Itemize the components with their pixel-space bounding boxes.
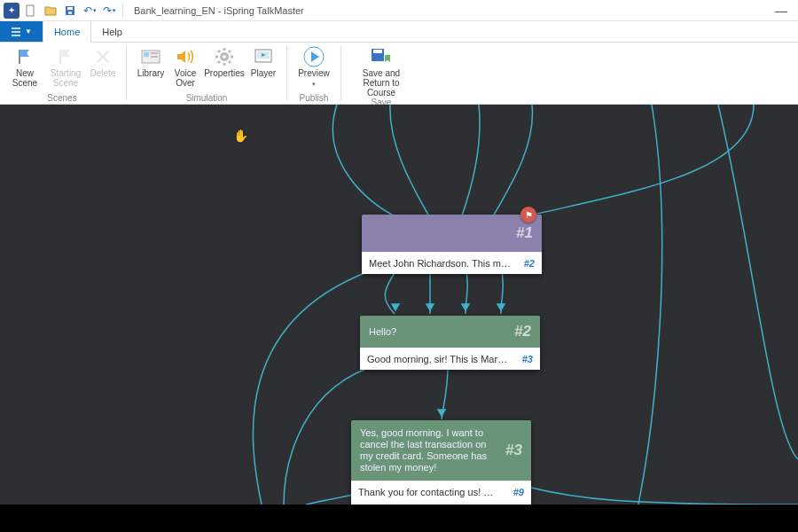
reply-row[interactable]: Thank you for contacting us! When did ..… <box>351 481 531 503</box>
reply-text: Meet John Richardson. This morning he... <box>369 258 511 269</box>
scene-node-2[interactable]: Hello? #2 Good morning, sir! This is Mar… <box>360 316 540 370</box>
letterbox-bottom <box>0 505 798 532</box>
home-tab[interactable]: Home <box>43 21 91 43</box>
node-number: #3 <box>505 442 522 459</box>
label: Save and Return to Course <box>348 68 414 98</box>
group-label: Simulation <box>186 93 228 104</box>
group-label: Scenes <box>47 93 76 104</box>
node-number: #2 <box>514 323 531 340</box>
ribbon: New Scene Starting Scene Delete Scenes L… <box>0 43 798 105</box>
save-icon[interactable] <box>62 3 78 19</box>
scene-canvas[interactable]: ⚑ #1 Meet John Richardson. This morning … <box>0 105 798 505</box>
node-header: Hello? #2 <box>360 316 540 348</box>
label: Properties <box>204 68 245 78</box>
delete-icon <box>91 46 114 67</box>
speaker-icon <box>174 46 197 67</box>
library-button[interactable]: Library <box>134 44 168 93</box>
reply-row[interactable]: Meet John Richardson. This morning he...… <box>362 252 542 274</box>
delete-button: Delete <box>87 44 119 93</box>
voice-over-button[interactable]: Voice Over <box>169 44 201 93</box>
group-label: Publish <box>300 93 329 104</box>
starting-scene-button: Starting Scene <box>46 44 85 93</box>
node-header: Yes, good morning. I want to cancel the … <box>351 420 531 481</box>
node-title: Hello? <box>369 326 514 338</box>
group-simulation: Library Voice Over Properties Player Sim… <box>129 43 285 104</box>
svg-rect-5 <box>144 52 149 57</box>
label: Player <box>251 68 276 78</box>
undo-icon[interactable]: ↶▾ <box>82 3 98 19</box>
group-publish: Preview ▾ Publish <box>289 43 339 104</box>
app-icon: ✦ <box>4 3 20 19</box>
link-target: #3 <box>522 354 533 364</box>
player-icon <box>252 46 275 67</box>
window-title: Bank_learning_EN - iSpring TalkMaster <box>134 5 304 16</box>
hamburger-icon <box>11 27 21 37</box>
new-file-icon[interactable] <box>23 3 39 19</box>
library-icon <box>139 46 162 67</box>
svg-rect-14 <box>373 50 382 53</box>
svg-point-9 <box>223 55 226 59</box>
caret-down-icon: ▼ <box>25 27 32 35</box>
help-tab[interactable]: Help <box>91 21 134 42</box>
reply-text: Good morning, sir! This is Mary from cu.… <box>367 354 509 364</box>
node-header: #1 <box>362 215 542 252</box>
flag-icon <box>54 46 77 67</box>
flag-icon <box>13 46 36 67</box>
label: New Scene <box>5 68 44 88</box>
open-file-icon[interactable] <box>43 3 59 19</box>
save-return-icon <box>370 46 393 67</box>
link-target: #9 <box>513 487 524 497</box>
app-window: ✦ ↶▾ ↷▾ Bank_learning_EN - iSpring TalkM… <box>0 0 798 505</box>
minimize-button[interactable]: — <box>768 4 794 18</box>
file-tab[interactable]: ▼ <box>0 21 43 42</box>
svg-rect-7 <box>151 56 158 58</box>
label: Voice Over <box>169 68 201 88</box>
new-scene-button[interactable]: New Scene <box>5 44 44 93</box>
group-save: Save and Return to Course Save <box>343 43 419 104</box>
titlebar: ✦ ↶▾ ↷▾ Bank_learning_EN - iSpring TalkM… <box>0 0 798 21</box>
caret-down-icon: ▾ <box>312 79 316 89</box>
node-title: Yes, good morning. I want to cancel the … <box>360 427 505 473</box>
preview-button[interactable]: Preview ▾ <box>294 44 333 93</box>
reply-text: Thank you for contacting us! When did ..… <box>358 487 500 497</box>
quick-access-toolbar: ↶▾ ↷▾ <box>23 3 125 19</box>
save-return-button[interactable]: Save and Return to Course <box>348 44 414 98</box>
label: Starting Scene <box>46 68 85 88</box>
node-number: #1 <box>516 224 533 242</box>
group-scenes: New Scene Starting Scene Delete Scenes <box>0 43 124 104</box>
gear-icon <box>213 46 236 67</box>
start-flag-icon: ⚑ <box>520 207 536 223</box>
play-icon <box>302 46 325 67</box>
svg-rect-6 <box>151 52 158 54</box>
properties-button[interactable]: Properties <box>203 44 246 93</box>
label: Preview <box>298 68 330 78</box>
scene-node-3[interactable]: Yes, good morning. I want to cancel the … <box>351 420 531 505</box>
ribbon-tabs: ▼ Home Help <box>0 21 798 43</box>
scene-node-1[interactable]: ⚑ #1 Meet John Richardson. This morning … <box>362 215 542 274</box>
svg-rect-3 <box>68 12 72 14</box>
player-button[interactable]: Player <box>247 44 279 93</box>
svg-rect-2 <box>67 7 73 10</box>
label: Library <box>137 68 165 78</box>
redo-icon[interactable]: ↷▾ <box>101 3 117 19</box>
link-target: #2 <box>524 258 535 269</box>
reply-row[interactable]: Good morning, sir! This is Mary from cu.… <box>360 348 540 370</box>
label: Delete <box>90 68 116 78</box>
